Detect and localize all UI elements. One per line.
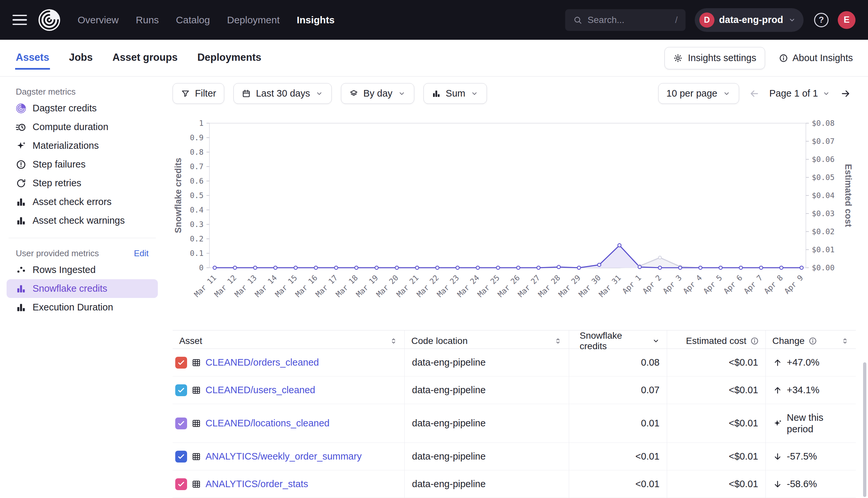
- tab-asset-groups[interactable]: Asset groups: [112, 46, 178, 70]
- col-asset[interactable]: Asset: [173, 330, 405, 352]
- sidebar-item-label: Snowflake credits: [33, 283, 107, 294]
- arrow-up-icon: [773, 386, 782, 395]
- help-button[interactable]: ?: [814, 13, 829, 27]
- aggregation-dropdown[interactable]: Sum: [423, 83, 487, 104]
- sidebar-item-asset-check-errors[interactable]: Asset check errors: [7, 193, 158, 211]
- sidebar-item-step-failures[interactable]: Step failures: [7, 155, 158, 174]
- primary-nav: Overview Runs Catalog Deployment Insight…: [78, 14, 335, 26]
- credits-cell: 0.08: [569, 349, 667, 376]
- top-nav: Overview Runs Catalog Deployment Insight…: [0, 0, 868, 40]
- tab-assets[interactable]: Assets: [15, 46, 50, 70]
- table-asset-icon: [191, 479, 201, 489]
- svg-text:Mar 20: Mar 20: [374, 273, 400, 299]
- sidebar-item-label: Execution Duration: [33, 302, 113, 313]
- svg-text:Mar 19: Mar 19: [355, 273, 380, 299]
- arrow-up-icon: [773, 358, 782, 367]
- about-insights-label: About Insights: [792, 53, 853, 63]
- chart-plot[interactable]: 00.10.20.30.40.50.60.70.80.91$0.00$0.01$…: [173, 114, 860, 322]
- search-input[interactable]: Search... /: [565, 9, 686, 31]
- row-checkbox[interactable]: [175, 418, 187, 429]
- nav-runs[interactable]: Runs: [136, 14, 159, 26]
- info-icon[interactable]: [808, 337, 817, 345]
- sort-updown-icon: [389, 337, 398, 345]
- sidebar-item-rows-ingested[interactable]: Rows Ingested: [7, 261, 158, 279]
- svg-text:0.8: 0.8: [190, 148, 204, 156]
- sidebar-item-step-retries[interactable]: Step retries: [7, 174, 158, 193]
- user-metrics-label: User provided metrics Edit: [0, 246, 164, 261]
- col-change[interactable]: Change: [766, 330, 856, 352]
- org-switcher[interactable]: D data-eng-prod: [695, 8, 804, 32]
- filter-button[interactable]: Filter: [173, 83, 224, 104]
- svg-text:Apr 8: Apr 8: [763, 273, 784, 295]
- asset-link[interactable]: ANALYTICS/order_stats: [205, 479, 308, 489]
- asset-link[interactable]: ANALYTICS/weekly_order_summary: [205, 451, 362, 462]
- page-indicator-dropdown[interactable]: Page 1 of 1: [769, 88, 830, 99]
- sidebar-item-label: Step retries: [33, 178, 81, 188]
- page-indicator-label: Page 1 of 1: [769, 88, 818, 99]
- sidebar-item-dagster-credits[interactable]: Dagster credits: [7, 99, 158, 118]
- svg-text:$0.05: $0.05: [812, 173, 834, 182]
- asset-link[interactable]: CLEANED/locations_cleaned: [205, 418, 330, 429]
- main-content: Filter Last 30 days By day Sum 10 per pa…: [173, 77, 868, 498]
- table-asset-icon: [191, 452, 201, 461]
- nav-catalog[interactable]: Catalog: [176, 14, 210, 26]
- sidebar-item-execution-duration[interactable]: Execution Duration: [7, 298, 158, 317]
- col-estimated-cost[interactable]: Estimated cost: [667, 330, 766, 352]
- date-range-label: Last 30 days: [256, 88, 310, 99]
- vertical-scrollbar[interactable]: [863, 362, 866, 497]
- nav-insights[interactable]: Insights: [297, 14, 335, 26]
- dagster-metrics-label: Dagster metrics: [0, 84, 164, 99]
- per-page-label: 10 per page: [666, 88, 717, 99]
- granularity-dropdown[interactable]: By day: [341, 83, 414, 104]
- row-checkbox[interactable]: [175, 451, 187, 462]
- menu-icon[interactable]: [13, 15, 27, 25]
- sidebar-item-label: Step failures: [33, 159, 86, 170]
- asset-link[interactable]: CLEANED/users_cleaned: [205, 385, 315, 395]
- tab-deployments[interactable]: Deployments: [196, 46, 262, 70]
- svg-text:Mar 12: Mar 12: [213, 273, 238, 299]
- row-checkbox[interactable]: [175, 478, 187, 490]
- insights-settings-button[interactable]: Insights settings: [664, 47, 765, 69]
- asset-link[interactable]: CLEANED/orders_cleaned: [205, 357, 319, 368]
- svg-text:Apr 4: Apr 4: [681, 273, 703, 295]
- edit-user-metrics-link[interactable]: Edit: [134, 248, 149, 259]
- alert-icon: [16, 159, 26, 170]
- sidebar-item-materializations[interactable]: Materializations: [7, 136, 158, 155]
- sidebar-item-snowflake-credits[interactable]: Snowflake credits: [7, 279, 158, 298]
- svg-text:0.4: 0.4: [190, 206, 204, 214]
- nav-deployment[interactable]: Deployment: [227, 14, 280, 26]
- svg-text:Apr 6: Apr 6: [722, 273, 744, 295]
- next-page-button[interactable]: [840, 88, 851, 99]
- insights-tab-bar: Assets Jobs Asset groups Deployments Ins…: [0, 40, 868, 77]
- table-row: ANALYTICS/order_stats data-eng-pipeline …: [173, 470, 856, 498]
- about-insights-link[interactable]: About Insights: [779, 53, 853, 63]
- chevron-down-icon: [470, 89, 479, 98]
- arrow-down-icon: [773, 452, 782, 461]
- cost-cell: <$0.01: [667, 470, 766, 498]
- info-icon[interactable]: [750, 337, 759, 345]
- dagster-logo[interactable]: [38, 8, 61, 32]
- row-checkbox[interactable]: [175, 384, 187, 396]
- sidebar-item-compute-duration[interactable]: Compute duration: [7, 118, 158, 136]
- col-code-location[interactable]: Code location: [405, 330, 569, 352]
- per-page-dropdown[interactable]: 10 per page: [658, 83, 739, 104]
- svg-text:Apr 1: Apr 1: [621, 273, 643, 295]
- nav-overview[interactable]: Overview: [78, 14, 119, 26]
- metrics-sidebar: Dagster metrics Dagster credits Compute …: [0, 77, 164, 317]
- prev-page-button[interactable]: [749, 88, 760, 99]
- svg-text:Mar 31: Mar 31: [597, 273, 622, 299]
- code-location-cell: data-eng-pipeline: [405, 404, 569, 443]
- svg-text:Mar 28: Mar 28: [537, 273, 562, 299]
- sidebar-item-asset-check-warnings[interactable]: Asset check warnings: [7, 211, 158, 230]
- svg-text:Mar 14: Mar 14: [253, 273, 279, 299]
- change-cell: -57.5%: [766, 443, 856, 470]
- table-row: ANALYTICS/weekly_order_summary data-eng-…: [173, 443, 856, 470]
- user-avatar[interactable]: E: [838, 11, 855, 29]
- col-snowflake-credits[interactable]: Snowflake credits: [569, 330, 667, 352]
- svg-text:Mar 22: Mar 22: [415, 273, 440, 299]
- row-checkbox[interactable]: [175, 357, 187, 369]
- date-range-dropdown[interactable]: Last 30 days: [233, 83, 331, 104]
- tab-jobs[interactable]: Jobs: [68, 46, 93, 70]
- sidebar-item-label: Compute duration: [33, 121, 108, 132]
- retry-icon: [16, 178, 26, 188]
